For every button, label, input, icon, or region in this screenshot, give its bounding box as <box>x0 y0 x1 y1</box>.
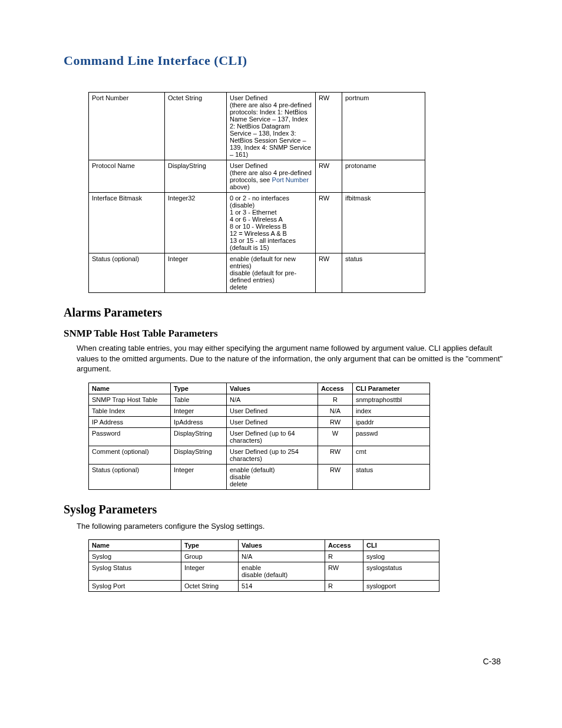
col-type: Type <box>171 383 227 394</box>
table-row: Syslog StatusIntegerenabledisable (defau… <box>89 562 439 581</box>
col-name: Name <box>89 383 171 394</box>
table-row: Protocol NameDisplayStringUser Defined(t… <box>89 160 425 193</box>
col-name: Name <box>89 540 181 551</box>
table-row: Table IndexIntegerUser DefinedN/Aindex <box>89 405 430 416</box>
col-access: Access <box>325 540 363 551</box>
col-values: Values <box>227 383 318 394</box>
syslog-description: The following parameters configure the S… <box>64 521 503 532</box>
table-row: Syslog PortOctet String514Rsyslogport <box>89 581 439 592</box>
page-title: Command Line Interface (CLI) <box>64 53 503 68</box>
table-row: PasswordDisplayStringUser Defined (up to… <box>89 427 430 446</box>
table-row: IP AddressIpAddressUser DefinedRWipaddr <box>89 416 430 427</box>
table-row: SyslogGroupN/ARsyslog <box>89 551 439 562</box>
table-row: Interface BitmaskInteger320 or 2 - no in… <box>89 193 425 253</box>
link-port-number[interactable]: Port Number <box>272 176 309 183</box>
table-row: Comment (optional)DisplayStringUser Defi… <box>89 446 430 464</box>
col-cli-parameter: CLI Parameter <box>353 383 430 394</box>
snmp-host-table: Name Type Values Access CLI Parameter SN… <box>88 383 430 490</box>
port-protocol-table: Port NumberOctet StringUser Defined(ther… <box>88 92 425 293</box>
table-row: Status (optional)Integerenable (default … <box>89 253 425 293</box>
table-row: Port NumberOctet StringUser Defined(ther… <box>89 93 425 160</box>
col-type: Type <box>181 540 239 551</box>
table-row: Status (optional)Integerenable (default)… <box>89 464 430 489</box>
snmp-description: When creating table entries, you may eit… <box>64 343 503 374</box>
table-row: SNMP Trap Host TableTableN/ARsnmptraphos… <box>89 394 430 405</box>
syslog-table: Name Type Values Access CLI SyslogGroupN… <box>88 539 439 592</box>
col-access: Access <box>318 383 353 394</box>
heading-syslog-parameters: Syslog Parameters <box>64 503 503 516</box>
page-number: C-38 <box>64 657 503 666</box>
col-cli: CLI <box>363 540 439 551</box>
heading-alarms-parameters: Alarms Parameters <box>64 306 503 319</box>
heading-snmp-table-host: SNMP Table Host Table Parameters <box>64 328 503 340</box>
col-values: Values <box>239 540 325 551</box>
